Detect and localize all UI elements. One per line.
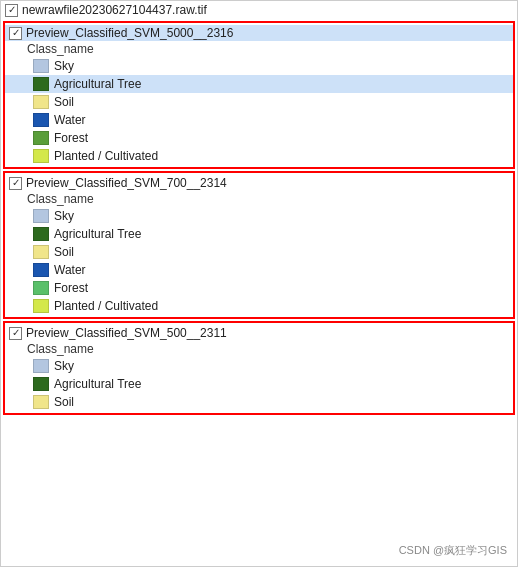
group-3: Preview_Classified_SVM_500__2311 Class_n… <box>3 321 515 415</box>
swatch-planted-0 <box>33 149 49 163</box>
class-row-sky-0[interactable]: Sky <box>5 57 513 75</box>
class-row-ag-1[interactable]: Agricultural Tree <box>5 225 513 243</box>
class-name-ag-1: Agricultural Tree <box>54 227 141 241</box>
watermark: CSDN @疯狂学习GIS <box>399 543 507 558</box>
swatch-forest-0 <box>33 131 49 145</box>
layer-label-1: Preview_Classified_SVM_700__2314 <box>26 176 227 190</box>
root-item[interactable]: newrawfile20230627104437.raw.tif <box>1 1 517 19</box>
class-header-2: Class_name <box>5 341 513 357</box>
class-row-planted-0[interactable]: Planted / Cultivated <box>5 147 513 165</box>
class-row-ag-2[interactable]: Agricultural Tree <box>5 375 513 393</box>
class-header-0: Class_name <box>5 41 513 57</box>
class-name-sky-2: Sky <box>54 359 74 373</box>
layer-item-0[interactable]: Preview_Classified_SVM_5000__2316 <box>5 25 513 41</box>
swatch-water-1 <box>33 263 49 277</box>
layer-label-0: Preview_Classified_SVM_5000__2316 <box>26 26 233 40</box>
class-name-soil-2: Soil <box>54 395 74 409</box>
swatch-soil-0 <box>33 95 49 109</box>
class-row-sky-2[interactable]: Sky <box>5 357 513 375</box>
class-row-planted-1[interactable]: Planted / Cultivated <box>5 297 513 315</box>
class-row-soil-0[interactable]: Soil <box>5 93 513 111</box>
root-label: newrawfile20230627104437.raw.tif <box>22 3 207 17</box>
class-row-forest-0[interactable]: Forest <box>5 129 513 147</box>
class-row-ag-0[interactable]: Agricultural Tree <box>5 75 513 93</box>
layer-label-2: Preview_Classified_SVM_500__2311 <box>26 326 227 340</box>
class-row-water-1[interactable]: Water <box>5 261 513 279</box>
swatch-planted-1 <box>33 299 49 313</box>
class-row-soil-1[interactable]: Soil <box>5 243 513 261</box>
class-name-soil-1: Soil <box>54 245 74 259</box>
class-row-water-0[interactable]: Water <box>5 111 513 129</box>
swatch-sky-0 <box>33 59 49 73</box>
swatch-forest-1 <box>33 281 49 295</box>
class-name-planted-1: Planted / Cultivated <box>54 299 158 313</box>
class-name-planted-0: Planted / Cultivated <box>54 149 158 163</box>
root-checkbox[interactable] <box>5 4 18 17</box>
class-row-soil-2[interactable]: Soil <box>5 393 513 411</box>
layer-item-2[interactable]: Preview_Classified_SVM_500__2311 <box>5 325 513 341</box>
class-row-sky-1[interactable]: Sky <box>5 207 513 225</box>
class-name-ag-2: Agricultural Tree <box>54 377 141 391</box>
swatch-soil-2 <box>33 395 49 409</box>
layer-checkbox-2[interactable] <box>9 327 22 340</box>
swatch-sky-1 <box>33 209 49 223</box>
swatch-ag-1 <box>33 227 49 241</box>
class-row-forest-1[interactable]: Forest <box>5 279 513 297</box>
swatch-sky-2 <box>33 359 49 373</box>
group-1: Preview_Classified_SVM_5000__2316 Class_… <box>3 21 515 169</box>
class-name-water-0: Water <box>54 113 86 127</box>
class-header-1: Class_name <box>5 191 513 207</box>
swatch-soil-1 <box>33 245 49 259</box>
layer-item-1[interactable]: Preview_Classified_SVM_700__2314 <box>5 175 513 191</box>
class-name-forest-0: Forest <box>54 131 88 145</box>
class-name-ag-0: Agricultural Tree <box>54 77 141 91</box>
layer-checkbox-1[interactable] <box>9 177 22 190</box>
group-2: Preview_Classified_SVM_700__2314 Class_n… <box>3 171 515 319</box>
class-name-water-1: Water <box>54 263 86 277</box>
class-name-forest-1: Forest <box>54 281 88 295</box>
class-name-sky-0: Sky <box>54 59 74 73</box>
tree-container[interactable]: newrawfile20230627104437.raw.tif Preview… <box>0 0 518 567</box>
swatch-ag-2 <box>33 377 49 391</box>
swatch-water-0 <box>33 113 49 127</box>
class-name-sky-1: Sky <box>54 209 74 223</box>
swatch-ag-0 <box>33 77 49 91</box>
class-name-soil-0: Soil <box>54 95 74 109</box>
layer-checkbox-0[interactable] <box>9 27 22 40</box>
